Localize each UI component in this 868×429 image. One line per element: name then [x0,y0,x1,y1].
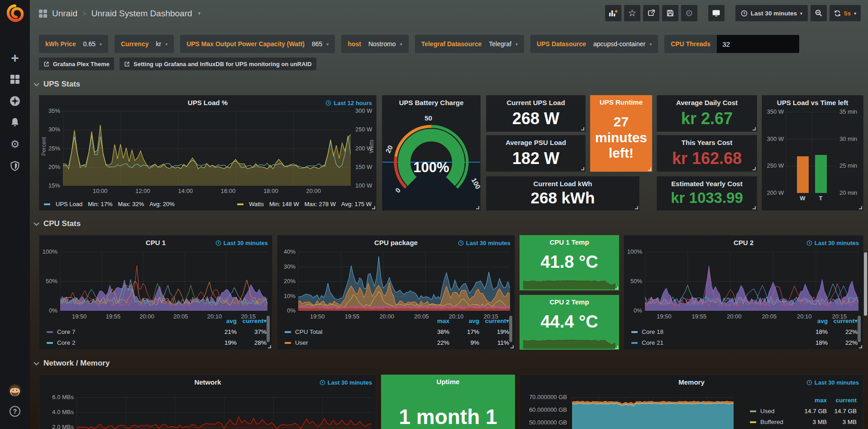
sidebar-item-explore[interactable] [0,91,30,111]
legend-series[interactable]: User [285,339,420,346]
resize-handle[interactable] [581,167,584,170]
panel-time-range[interactable]: Last 30 minutes [215,240,268,246]
panel-time-range[interactable]: Last 30 minutes [806,379,859,386]
resize-handle[interactable] [615,346,618,349]
panel-time-range[interactable]: Last 12 hours [325,100,372,106]
zoom-out-button[interactable] [811,5,827,21]
legend-series[interactable]: Core 21 [631,339,798,346]
sidebar-item-alerting[interactable] [0,112,30,132]
variable-value[interactable]: Nostromo [368,40,396,48]
panel-title[interactable]: CPU 1 Temp [520,238,619,246]
legend-column-header[interactable]: avg [451,318,479,324]
plot-area[interactable] [645,252,858,311]
panel-title[interactable]: Average PSU Load [486,139,585,146]
link-ups-monitoring-guide[interactable]: Setting up Grafana and InfluxDB for UPS … [119,58,316,70]
page-scrollbar[interactable] [864,252,867,316]
plot-area[interactable] [76,397,372,429]
panel-title[interactable]: This Years Cost [657,139,757,146]
legend-scrollbar[interactable] [509,316,512,342]
variable-ups-datasource[interactable]: UPS Datasource apcupsd-container [530,35,658,53]
chevron-down-icon[interactable] [198,10,201,16]
page-title[interactable]: Unraid System Dashboard [91,9,192,19]
legend-column-header[interactable]: current▾ [830,317,858,324]
panel-title[interactable]: Average Daily Cost [657,99,757,106]
variable-value[interactable]: 865 [312,40,322,48]
sidebar-item-configuration[interactable] [0,134,30,154]
section-ups-stats[interactable]: UPS Stats [33,80,80,89]
section-network-memory[interactable]: Network / Memory [33,359,110,368]
plot-area[interactable] [60,252,267,311]
resize-handle[interactable] [615,286,618,289]
legend-series[interactable]: Watts [249,201,264,207]
section-cpu-stats[interactable]: CPU Stats [33,219,81,228]
resize-handle[interactable] [581,127,584,130]
grafana-logo[interactable] [6,4,24,24]
share-dashboard-button[interactable] [643,5,659,21]
sidebar-item-create[interactable] [0,48,30,68]
resize-handle[interactable] [648,168,651,171]
legend-column-header[interactable]: current [829,397,857,404]
legend-column-header[interactable]: max [799,397,827,404]
legend-column-header[interactable]: avg [800,318,828,324]
panel-title[interactable]: UPS Battery Charge [382,99,480,106]
panel-title[interactable]: UPS Runtime [590,98,652,106]
link-grafana-plex-theme[interactable]: Grafana Plex Theme [39,58,114,70]
variable-host[interactable]: host Nostromo [341,35,408,53]
variable-value[interactable]: kr [156,40,161,48]
legend-series[interactable]: Buffered [750,419,797,425]
panel-title[interactable]: Current UPS Load [486,99,585,106]
legend-column-header[interactable]: current▾ [238,317,267,324]
legend-series[interactable]: UPS Load [56,201,82,207]
legend-column-header[interactable]: max [421,318,449,324]
variable-currency[interactable]: Currency kr [114,35,174,53]
panel-title[interactable]: CPU 2 Temp [520,298,619,306]
panel-title[interactable]: UPS Load vs Time left [762,99,863,106]
resize-handle[interactable] [372,206,375,209]
plot-area[interactable] [572,397,734,429]
resize-handle[interactable] [476,206,479,209]
time-range-picker[interactable]: Last 30 minutes [735,5,808,21]
variable-telegraf-datasource[interactable]: Telegraf Datasource Telegraf [415,35,524,53]
resize-handle[interactable] [859,345,862,348]
variable-ups-max-output[interactable]: UPS Max Output Power Capacity (Watt) 865 [180,35,335,53]
legend-series[interactable]: Core 18 [631,328,798,335]
save-dashboard-button[interactable] [662,5,678,21]
resize-handle[interactable] [753,167,756,170]
legend-scrollbar[interactable] [858,316,861,342]
dashboard-settings-button[interactable] [681,5,697,21]
cycle-view-mode-button[interactable] [708,5,725,21]
plot-area[interactable] [63,111,351,186]
variable-value[interactable]: Telegraf [489,40,511,48]
breadcrumb-folder[interactable]: Unraid [52,9,77,19]
legend-series[interactable]: Core 7 [47,328,207,335]
sidebar-item-profile[interactable] [0,381,30,400]
sidebar-item-server-admin[interactable] [0,156,30,176]
panel-title[interactable]: Current Load kWh [486,180,639,188]
apps-icon[interactable] [39,10,47,18]
sidebar-item-help[interactable]: ? [0,401,30,421]
panel-time-range[interactable]: Last 30 minutes [458,240,510,246]
legend-series[interactable]: Used [750,408,797,415]
refresh-picker[interactable]: 5s [830,5,861,21]
cpu-threads-input[interactable]: 32 [717,35,799,53]
resize-handle[interactable] [753,206,756,209]
resize-handle[interactable] [859,206,862,209]
plot-area[interactable] [298,252,510,311]
resize-handle[interactable] [753,127,756,130]
legend-column-header[interactable]: current▾ [481,317,509,324]
star-dashboard-button[interactable] [624,5,640,21]
add-panel-button[interactable] [605,5,621,21]
variable-kwh-price[interactable]: kWh Price 0.65 [39,35,108,53]
panel-time-range[interactable]: Last 30 minutes [320,379,372,386]
variable-value[interactable]: 0.65 [83,40,95,48]
panel-time-range[interactable]: Last 30 minutes [806,240,859,246]
panel-title[interactable]: Uptime [381,378,515,386]
resize-handle[interactable] [510,345,514,348]
bar-chart[interactable] [786,112,838,193]
resize-handle[interactable] [635,206,638,209]
sidebar-item-dashboards[interactable] [0,69,30,89]
variable-value[interactable]: apcupsd-container [593,40,645,48]
resize-handle[interactable] [268,345,271,348]
legend-series[interactable]: Core 2 [47,339,207,346]
panel-title[interactable]: Estimated Yearly Cost [657,180,757,188]
